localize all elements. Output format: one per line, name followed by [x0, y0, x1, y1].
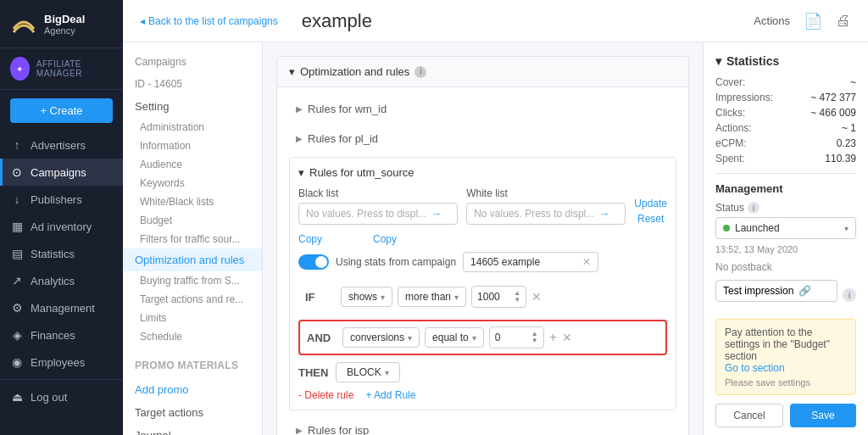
nav-audience[interactable]: Audience: [123, 155, 262, 174]
copy-row: Copy Copy: [298, 233, 667, 245]
stats-impressions-row: Impressions: ~ 472 377: [715, 92, 856, 103]
nav-budget[interactable]: Budget: [123, 211, 262, 230]
impressions-value: ~ 472 377: [810, 92, 856, 103]
actions-label: Actions:: [715, 122, 752, 134]
management-title: Management: [715, 182, 856, 195]
nav-optimization-rules[interactable]: Optimization and rules: [123, 248, 262, 271]
and-condition-select[interactable]: equal to ▾: [425, 327, 484, 348]
back-link[interactable]: ◂ Back to the list of campaigns: [140, 15, 278, 27]
sidebar-item-employees[interactable]: ◉ Employees: [0, 349, 123, 376]
if-condition-select[interactable]: more than ▾: [398, 287, 466, 307]
and-add-icon[interactable]: +: [549, 330, 557, 345]
nav-administration[interactable]: Administration: [123, 118, 262, 137]
if-remove-icon[interactable]: ✕: [531, 290, 542, 304]
clicks-label: Clicks:: [715, 107, 745, 119]
role-label: AFFILIATE MANAGER: [36, 59, 113, 78]
stats-cover-row: Cover: ~: [715, 76, 856, 88]
stats-spent-row: Spent: 110.39: [715, 153, 856, 165]
sidebar-item-statistics[interactable]: ▤ Statistics: [0, 240, 123, 267]
sidebar-item-management[interactable]: ⚙ Management: [0, 294, 123, 321]
and-spinner-down-icon[interactable]: ▼: [531, 337, 538, 344]
delete-rule-button[interactable]: - Delete rule: [298, 389, 353, 401]
status-select[interactable]: Launched ▾: [715, 217, 856, 239]
nav-buying-traffic[interactable]: Buying traffic from S...: [123, 271, 262, 290]
content-area: Campaigns ID - 14605 Setting Administrat…: [123, 42, 868, 435]
save-button[interactable]: Save: [790, 404, 856, 427]
if-metric-select[interactable]: shows ▾: [341, 287, 392, 307]
and-metric-select[interactable]: conversions ▾: [342, 327, 420, 348]
actions-button[interactable]: Actions: [754, 14, 790, 27]
nav-target-actions-re[interactable]: Target actions and re...: [123, 290, 262, 309]
test-impression-info-icon[interactable]: i: [843, 288, 856, 302]
left-nav: Campaigns ID - 14605 Setting Administrat…: [123, 42, 263, 435]
create-button[interactable]: + Create: [10, 98, 113, 123]
nav-journal[interactable]: Journal: [123, 424, 262, 435]
black-list-arrow-icon: →: [431, 208, 442, 220]
stats-campaign-clear-icon[interactable]: ✕: [582, 256, 591, 268]
optimization-header[interactable]: ▾ Optimization and rules i: [277, 57, 688, 87]
copy-button-2[interactable]: Copy: [373, 233, 397, 245]
sidebar-item-logout[interactable]: ⏏ Log out: [0, 383, 123, 410]
right-panel: ▾ Statistics Cover: ~ Impressions: ~ 472…: [703, 42, 868, 435]
go-to-section-link[interactable]: Go to section: [725, 362, 785, 374]
sidebar-item-analytics[interactable]: ↗ Analytics: [0, 267, 123, 294]
nav-filters-traffic[interactable]: Filters for traffic sour...: [123, 230, 262, 248]
sidebar-item-advertisers[interactable]: ↑ Advertisers: [0, 131, 123, 159]
then-row: THEN BLOCK ▾: [298, 362, 667, 382]
document-icon[interactable]: 📄: [804, 12, 822, 31]
nav-target-actions[interactable]: Target actions: [123, 401, 262, 424]
status-chevron-icon: ▾: [844, 224, 849, 233]
if-spinners: ▲ ▼: [514, 290, 520, 304]
nav-add-promo[interactable]: Add promo: [123, 378, 262, 401]
stats-toggle[interactable]: [298, 254, 329, 270]
campaigns-icon: ⊙: [10, 165, 24, 179]
nav-limits[interactable]: Limits: [123, 309, 262, 327]
if-value-input[interactable]: 1000 ▲ ▼: [471, 286, 526, 308]
promo-header: Promo materials: [123, 353, 262, 378]
sidebar-item-campaigns[interactable]: ⊙ Campaigns: [0, 159, 123, 186]
nav-white-black-lists[interactable]: White/Black lists: [123, 192, 262, 211]
nav-schedule[interactable]: Schedule: [123, 327, 262, 346]
sidebar-item-ad-inventory[interactable]: ▦ Ad inventory: [0, 213, 123, 240]
cancel-button[interactable]: Cancel: [715, 404, 783, 427]
and-label: AND: [307, 332, 337, 344]
rule-pl-id-header[interactable]: ▶ Rules for pl_id: [289, 127, 676, 150]
rule-wm-id-header[interactable]: ▶ Rules for wm_id: [289, 98, 676, 120]
opt-info-icon[interactable]: i: [415, 66, 426, 78]
print-icon[interactable]: 🖨: [836, 12, 851, 30]
nav-keywords[interactable]: Keywords: [123, 174, 262, 192]
and-remove-icon[interactable]: ✕: [562, 331, 572, 344]
then-action-select[interactable]: BLOCK ▾: [336, 362, 400, 382]
optimization-body: ▶ Rules for wm_id ▶ Rules for pl_id: [277, 87, 688, 435]
rule-isp-header[interactable]: ▶ Rules for isp: [289, 419, 676, 435]
nav-information[interactable]: Information: [123, 137, 262, 155]
rule-utm-header[interactable]: ▾ Rules for utm_source: [298, 166, 667, 179]
add-rule-button[interactable]: + Add Rule: [365, 389, 415, 401]
status-label: Status i: [715, 202, 856, 214]
topbar: ◂ Back to the list of campaigns example …: [123, 0, 868, 42]
test-impression-button[interactable]: Test impression 🔗: [715, 280, 837, 302]
sidebar-item-publishers[interactable]: ↓ Publishers: [0, 186, 123, 213]
if-spinner-down-icon[interactable]: ▼: [514, 297, 520, 304]
main-container: ◂ Back to the list of campaigns example …: [123, 0, 868, 435]
copy-button-1[interactable]: Copy: [298, 233, 322, 245]
and-value-input[interactable]: 0 ▲ ▼: [489, 326, 544, 349]
cover-label: Cover:: [715, 76, 745, 88]
status-info-icon[interactable]: i: [748, 202, 760, 214]
management-icon: ⚙: [10, 301, 24, 315]
black-list-input[interactable]: No values. Press to displ... →: [298, 203, 458, 225]
update-button[interactable]: Update: [634, 198, 667, 209]
topbar-left: ◂ Back to the list of campaigns example: [140, 10, 372, 32]
stats-campaign-select[interactable]: 14605 example ✕: [463, 252, 598, 272]
nav-setting[interactable]: Setting: [123, 95, 262, 118]
sidebar-item-finances[interactable]: ◈ Finances: [0, 321, 123, 349]
reset-button[interactable]: Reset: [634, 213, 667, 225]
sidebar-logo: BigDeal Agency: [0, 0, 123, 48]
stats-divider: [715, 173, 856, 174]
and-metric-chevron-icon: ▾: [408, 333, 412, 343]
action-buttons: Cancel Save: [715, 404, 856, 427]
no-postback-label: No postback: [715, 261, 856, 273]
white-list-input[interactable]: No values. Press to displ... →: [466, 203, 626, 225]
rule-links: - Delete rule + Add Rule: [298, 389, 667, 401]
if-label: IF: [305, 291, 336, 304]
